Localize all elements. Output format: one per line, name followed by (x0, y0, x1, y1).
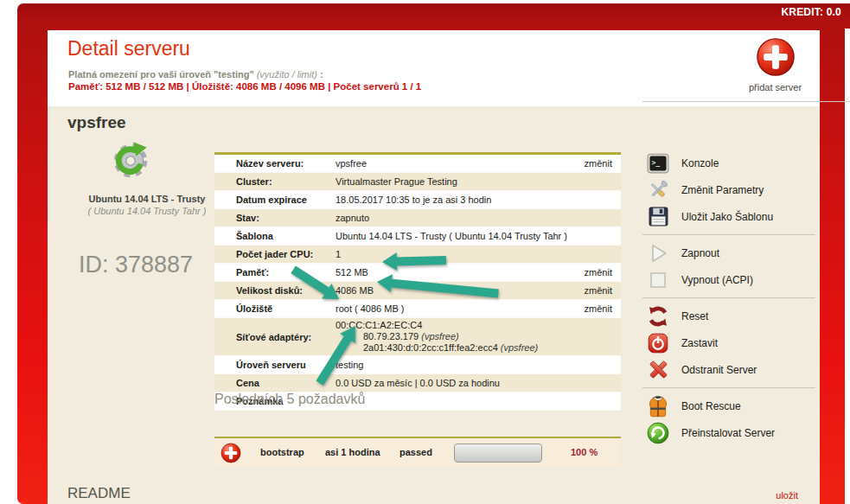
change-link[interactable]: změnit (571, 158, 612, 169)
mac-address: 00:CC:C1:A2:EC:C4 (336, 320, 571, 331)
sidebar-divider (642, 234, 815, 235)
delete-icon (647, 359, 669, 381)
action-change-parameters[interactable]: Změnit Parametry (642, 176, 815, 203)
console-icon: >_ (647, 152, 669, 175)
table-row-network: Síťové adaptéry: 00:CC:C1:A2:EC:C4 80.79… (214, 318, 621, 356)
task-plus-icon (220, 443, 241, 467)
add-server-button[interactable]: přidat server (734, 37, 816, 93)
table-row-price: Cena 0.0 USD za měsíc | 0.0 USD za hodin… (214, 374, 621, 392)
server-id: ID: 378887 (79, 252, 193, 278)
actions-sidebar: >_ Konzole (642, 150, 815, 446)
limits-intro: Platná omezení pro vaši úroveň "testing"… (68, 69, 323, 80)
server-details-table: Název serveru: vpsfree změnit Cluster: V… (214, 152, 621, 411)
change-link[interactable]: změnit (571, 303, 612, 314)
table-row-disk-size: Velikost disků: 4086 MB změnit (214, 282, 621, 300)
panel-body: vpsfree Ubuntu 14.04 LTS - Trusty ( Ubun… (48, 106, 820, 504)
limits-values: Paměť: 512 MB / 512 MB | Úložiště: 4086 … (68, 81, 421, 92)
readme-heading: README (67, 485, 131, 502)
panel-header: Detail serveru Platná omezení pro vaši ú… (48, 30, 820, 106)
task-row: bootstrap asi 1 hodina passed 100 % (214, 438, 621, 468)
template-codename: ( Ubuntu 14.04 Trusty Tahr ) (52, 206, 242, 216)
action-console[interactable]: >_ Konzole (642, 150, 815, 176)
reset-icon (647, 305, 669, 328)
task-duration: asi 1 hodina (325, 447, 380, 457)
svg-text:>_: >_ (651, 157, 660, 166)
action-power-on[interactable]: Zapnout (642, 239, 815, 266)
action-stop[interactable]: Zastavit (642, 329, 815, 356)
task-status: passed (399, 447, 432, 457)
change-link[interactable]: změnit (571, 285, 612, 296)
rescue-vest-icon (647, 395, 669, 418)
table-row-level: Úroveň serveru testing (214, 356, 621, 374)
sidebar-divider (642, 297, 815, 298)
action-reinstall-server[interactable]: Přeinstalovat Server (642, 419, 815, 446)
table-row-memory: Paměť: 512 MB změnit (214, 264, 621, 282)
template-name: Ubuntu 14.04 LTS - Trusty (52, 194, 242, 204)
table-row-name: Název serveru: vpsfree změnit (214, 155, 621, 173)
content-panel: Detail serveru Platná omezení pro vaši ú… (48, 30, 820, 504)
ipv4-address: 80.79.23.179 (vpsfree) (336, 331, 571, 342)
table-row-storage: Úložiště root ( 4086 MB ) změnit (214, 300, 621, 318)
table-row-cpu: Počet jader CPU: 1 (214, 246, 621, 264)
requests-heading: Posledních 5 požadavků (214, 392, 365, 407)
limits-intro-colon: : (320, 69, 323, 80)
table-row-cluster: Cluster: Virtualmaster Prague Testing (214, 173, 621, 191)
task-progress-bar (454, 443, 542, 463)
limits-intro-note: (využito / limit) (257, 69, 317, 80)
task-name: bootstrap (260, 447, 304, 457)
table-row-state: Stav: zapnuto (214, 209, 621, 227)
task-percent: 100 % (571, 447, 598, 457)
server-name: vpsfree (67, 113, 126, 132)
change-link[interactable]: změnit (571, 267, 612, 278)
floppy-icon (647, 206, 669, 228)
plus-icon (756, 37, 796, 77)
tools-icon (647, 179, 669, 201)
gear-refresh-icon (108, 137, 153, 186)
stop-icon (647, 269, 669, 291)
ipv6-address: 2a01:430:d:0:2cc:c1ff:fea2:ecc4 (vpsfree… (336, 342, 571, 354)
header-divider (642, 101, 850, 102)
credit-label: KREDIT: 0.0 (781, 6, 841, 18)
power-icon (647, 332, 669, 354)
add-server-label: přidat server (734, 82, 816, 93)
table-row-expiration: Datum expirace 18.05.2017 10:35 to je za… (214, 191, 621, 209)
page-title: Detail serveru (67, 37, 190, 61)
table-row-template: Šablona Ubuntu 14.04 LTS - Trusty ( Ubun… (214, 227, 621, 246)
play-icon (647, 242, 669, 265)
action-reset[interactable]: Reset (642, 303, 815, 329)
reinstall-icon (647, 422, 669, 444)
action-save-as-template[interactable]: Uložit Jako Šablonu (642, 203, 815, 230)
action-power-off-acpi[interactable]: Vypnout (ACPI) (642, 266, 815, 293)
save-link[interactable]: uložit (776, 490, 798, 501)
sidebar-divider (642, 387, 815, 388)
action-delete-server[interactable]: Odstranit Server (642, 356, 815, 383)
limits-intro-text: Platná omezení pro vaši úroveň "testing" (68, 69, 254, 80)
action-boot-rescue[interactable]: Boot Rescue (642, 392, 815, 419)
